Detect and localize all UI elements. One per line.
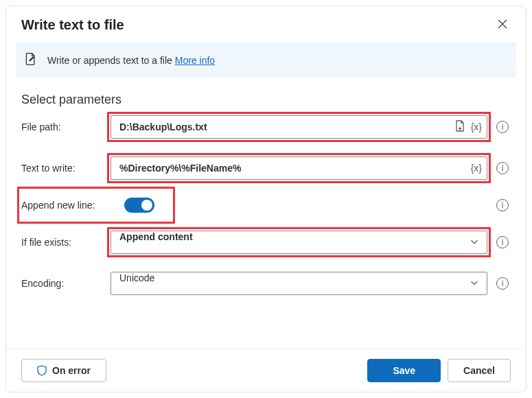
append-new-line-toggle[interactable]: [124, 198, 154, 213]
dialog: Write text to file Write or appends text…: [5, 5, 527, 393]
info-icon[interactable]: i: [496, 162, 509, 174]
close-icon: [497, 19, 508, 30]
encoding-wrap: Unicode: [111, 272, 487, 295]
info-icon[interactable]: i: [496, 121, 509, 133]
label-file-path: File path:: [21, 121, 104, 132]
parameters-form: File path: {x} i Text to write:: [6, 115, 526, 349]
row-file-path: File path: {x} i: [21, 115, 511, 139]
info-icon[interactable]: i: [496, 199, 509, 211]
section-heading: Select parameters: [6, 84, 526, 115]
append-new-line-toggle-wrap: [124, 198, 154, 213]
text-to-write-field-wrap: {x}: [111, 156, 487, 180]
if-file-exists-select[interactable]: Append content: [111, 231, 487, 254]
shield-icon: [37, 365, 47, 376]
row-encoding: Encoding: Unicode i: [21, 272, 511, 295]
dialog-header: Write text to file: [6, 6, 526, 43]
row-append-new-line: Append new line: i: [21, 198, 511, 213]
label-if-file-exists: If file exists:: [21, 237, 104, 248]
file-path-input[interactable]: [111, 115, 487, 139]
info-banner: Write or appends text to a file More inf…: [16, 43, 516, 78]
dialog-title: Write text to file: [21, 17, 124, 33]
text-to-write-input[interactable]: [111, 156, 487, 180]
close-button[interactable]: [494, 16, 511, 34]
banner-text: Write or appends text to a file More inf…: [47, 55, 215, 66]
row-if-file-exists: If file exists: Append content i: [21, 231, 511, 254]
banner-message: Write or appends text to a file: [47, 55, 172, 66]
row-text-to-write: Text to write: {x} i: [21, 156, 511, 180]
more-info-link[interactable]: More info: [175, 55, 215, 66]
on-error-button[interactable]: On error: [21, 359, 106, 382]
footer-actions: Save Cancel: [367, 359, 511, 382]
if-file-exists-wrap: Append content: [111, 231, 487, 254]
label-append-new-line: Append new line:: [21, 200, 117, 211]
save-button[interactable]: Save: [367, 359, 441, 382]
dialog-footer: On error Save Cancel: [6, 349, 526, 392]
file-path-field-wrap: {x}: [111, 115, 487, 139]
cancel-button[interactable]: Cancel: [448, 359, 511, 382]
label-text-to-write: Text to write:: [21, 163, 104, 174]
info-icon[interactable]: i: [496, 236, 509, 248]
encoding-select[interactable]: Unicode: [111, 272, 487, 295]
write-file-icon: [24, 52, 38, 68]
on-error-label: On error: [52, 365, 91, 376]
label-encoding: Encoding:: [21, 278, 104, 289]
info-icon[interactable]: i: [496, 277, 509, 290]
